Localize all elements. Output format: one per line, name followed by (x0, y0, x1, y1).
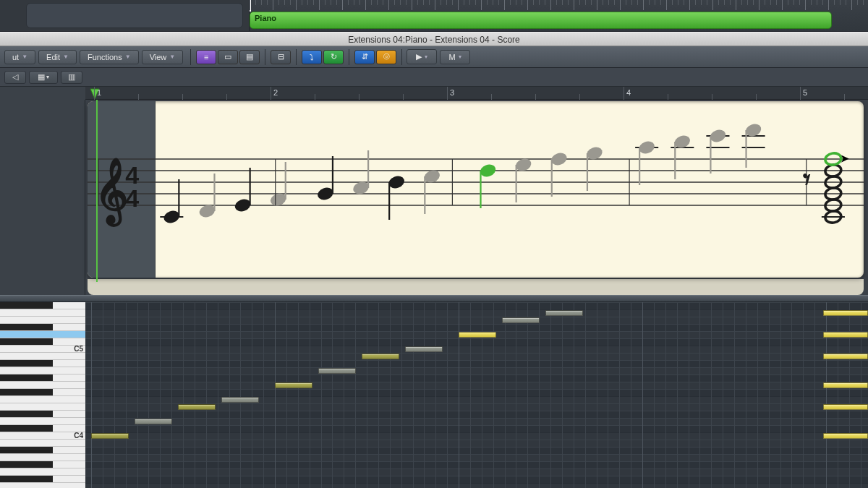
pointer-tool[interactable]: ▶▾ (407, 49, 437, 64)
chevron-down-icon: ▾ (459, 53, 461, 60)
chevron-down-icon: ▾ (46, 74, 49, 80)
separator (401, 49, 402, 65)
svg-text:𝄞: 𝄞 (95, 158, 128, 227)
midi-note[interactable] (502, 317, 540, 323)
chevron-down-icon: ▼ (125, 53, 131, 60)
bar-number: 2 (273, 88, 278, 97)
piano-keys-gutter: C5C4 (0, 302, 85, 488)
separator (349, 49, 349, 65)
bar-number: 3 (450, 88, 454, 97)
link-icon: ⦾ (383, 52, 390, 61)
midi-note[interactable] (823, 404, 868, 410)
midi-note[interactable] (405, 346, 443, 352)
staff-svg: 𝄞44𝄾➤ (88, 101, 864, 278)
midi-in-icon: ⤵ (310, 53, 314, 61)
midi-note[interactable] (823, 354, 868, 359)
arrange-ruler[interactable]: Piano (250, 0, 868, 31)
separator (296, 49, 297, 65)
marquee-tool[interactable]: M▾ (440, 50, 470, 64)
view-linear-button[interactable]: ≡ (196, 50, 216, 64)
set-view2-button[interactable]: ▥ (61, 71, 82, 84)
bar-number: 5 (803, 88, 807, 97)
view-page-button[interactable]: ▭ (218, 50, 238, 64)
midi-note[interactable] (178, 404, 216, 410)
piano-roll-grid[interactable] (85, 302, 868, 488)
marquee-label: M (449, 53, 456, 61)
set-view-button[interactable]: ▦▾ (29, 71, 58, 84)
grid-icon: ▦ (38, 72, 45, 82)
midi-note[interactable] (275, 382, 312, 388)
view-text-button[interactable]: ▤ (239, 50, 260, 64)
bar-number: 4 (626, 88, 631, 97)
separator (265, 49, 265, 65)
inspector-button[interactable]: ⊟ (271, 50, 291, 64)
midi-note[interactable] (221, 397, 259, 403)
separator (190, 49, 191, 65)
midi-note[interactable] (823, 332, 868, 338)
filter-button[interactable]: ⇵ (354, 50, 375, 64)
edit-label: Edit (46, 53, 60, 61)
view-label: View (150, 53, 167, 61)
functions-menu[interactable]: Functions▼ (80, 50, 139, 64)
cycle-button[interactable]: ↻ (323, 50, 344, 64)
key-label: C5 (74, 345, 83, 353)
chevron-down-icon: ▼ (22, 53, 27, 60)
sliders-icon: ⊟ (278, 52, 284, 61)
score-ruler[interactable]: 12345 (85, 87, 868, 100)
midi-note[interactable] (91, 433, 129, 439)
cycle-icon: ↻ (331, 52, 337, 61)
link-button[interactable]: ⦾ (376, 50, 396, 64)
region-piano[interactable]: Piano (250, 12, 832, 29)
window-title: Extensions 04:Piano - Extensions 04 - Sc… (348, 35, 519, 45)
region-label: Piano (255, 14, 276, 22)
back-button[interactable]: ◁ (4, 71, 26, 84)
arrangement-strip: Piano (0, 0, 868, 32)
midi-note[interactable] (135, 419, 172, 424)
midi-in-button[interactable]: ⤵ (302, 50, 322, 64)
chevron-down-icon: ▾ (425, 53, 427, 60)
pointer-icon: ▶ (416, 52, 422, 61)
window-titlebar: Extensions 04:Piano - Extensions 04 - Sc… (0, 32, 868, 46)
midi-note[interactable] (362, 354, 399, 359)
piano-keyboard[interactable]: C5C4 (0, 302, 85, 488)
paper-shadow (88, 279, 864, 295)
midi-note[interactable] (318, 368, 356, 374)
midi-note[interactable] (459, 332, 496, 338)
key-label: C4 (74, 432, 83, 440)
functions-label: Functions (88, 53, 122, 61)
track-header-area (0, 0, 250, 31)
text-icon: ▤ (246, 52, 253, 61)
bar-number: 1 (97, 88, 101, 97)
layout-menu[interactable]: ut▼ (4, 50, 35, 64)
score-paper: 𝄞44𝄾➤ (88, 101, 864, 278)
score-play-line (96, 100, 98, 282)
score-local-toolbar: ◁ ▦▾ ▥ (0, 68, 868, 87)
pane-divider[interactable] (0, 295, 868, 302)
layout-label: ut (12, 53, 19, 61)
score-menubar: ut▼ Edit▼ Functions▼ View▼ ≡ ▭ ▤ ⊟ ⤵ ↻ ⇵… (0, 46, 868, 68)
filter-icon: ⇵ (362, 52, 368, 61)
score-area: 𝄞44𝄾➤ (0, 100, 868, 295)
piano-roll: C5C4 (0, 302, 868, 488)
lines-icon: ≡ (204, 53, 208, 61)
page-icon: ▭ (224, 52, 231, 61)
score-canvas[interactable]: 𝄞44𝄾➤ (85, 100, 868, 295)
midi-note[interactable] (823, 310, 868, 316)
grid2-icon: ▥ (68, 72, 75, 82)
chevron-down-icon: ▼ (63, 53, 69, 60)
midi-note[interactable] (823, 382, 868, 388)
edit-menu[interactable]: Edit▼ (38, 50, 77, 64)
track-header[interactable] (26, 3, 243, 28)
back-icon: ◁ (12, 72, 18, 82)
svg-text:➤: ➤ (841, 153, 849, 164)
view-menu[interactable]: View▼ (142, 50, 184, 64)
midi-note[interactable] (823, 433, 868, 439)
score-track-gutter (0, 100, 85, 295)
midi-note[interactable] (545, 310, 583, 316)
svg-text:4: 4 (125, 184, 139, 212)
chevron-down-icon: ▼ (169, 53, 175, 60)
